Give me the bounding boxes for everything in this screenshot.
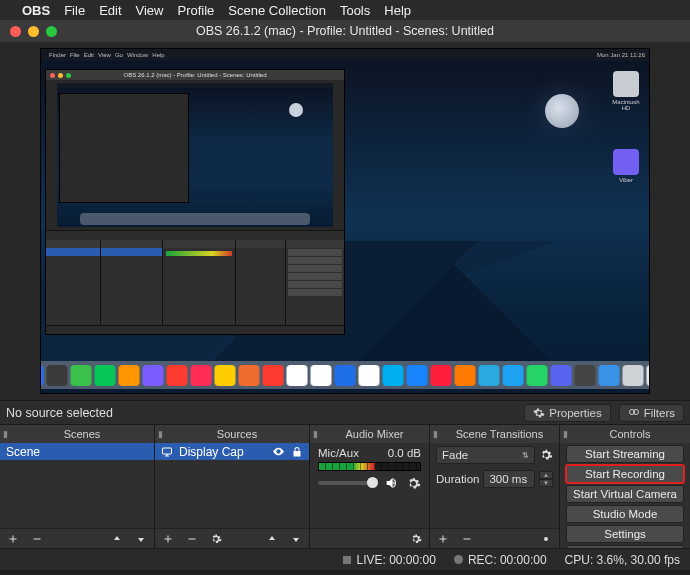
captured-mac-menubar: Finder File Edit View Go Window Help Mon… xyxy=(41,49,649,61)
desktop-icon-label: Macintosh HD xyxy=(612,99,639,111)
transition-select[interactable]: Fade ⇅ xyxy=(436,446,535,464)
dock-app-icon xyxy=(71,365,92,386)
dock-app-icon xyxy=(623,365,644,386)
add-source-button[interactable] xyxy=(159,530,177,548)
square-icon xyxy=(343,556,351,564)
properties-button[interactable]: Properties xyxy=(524,404,610,422)
mixer-settings-button[interactable] xyxy=(407,530,425,548)
duration-stepper[interactable]: ▲▼ xyxy=(539,471,553,487)
add-scene-button[interactable] xyxy=(4,530,22,548)
dock-app-icon xyxy=(311,365,332,386)
control-exit-button[interactable]: Exit xyxy=(566,545,684,548)
transition-settings-button[interactable] xyxy=(537,530,555,548)
remove-transition-button[interactable] xyxy=(458,530,476,548)
scenes-toolbar xyxy=(0,528,154,548)
menu-file[interactable]: File xyxy=(64,3,85,18)
transitions-title: Scene Transitions xyxy=(440,428,559,440)
desktop-icon-label: Viber xyxy=(619,177,633,183)
control-start-streaming-button[interactable]: Start Streaming xyxy=(566,445,684,463)
zoom-icon[interactable] xyxy=(46,26,57,37)
gear-icon[interactable] xyxy=(539,448,553,462)
filters-label: Filters xyxy=(644,407,675,419)
move-down-button[interactable] xyxy=(132,530,150,548)
control-settings-button[interactable]: Settings xyxy=(566,525,684,543)
chevron-updown-icon: ⇅ xyxy=(522,451,529,460)
traffic-lights xyxy=(0,26,57,37)
display-icon xyxy=(161,446,173,458)
dock-app-icon xyxy=(263,365,284,386)
preview-canvas[interactable]: Finder File Edit View Go Window Help Mon… xyxy=(40,48,650,394)
gear-icon[interactable] xyxy=(406,476,421,491)
nested-window-title: OBS 26.1.2 (mac) - Profile: Untitled - S… xyxy=(46,72,344,78)
move-up-button[interactable] xyxy=(108,530,126,548)
menu-profile[interactable]: Profile xyxy=(177,3,214,18)
filters-button[interactable]: Filters xyxy=(619,404,684,422)
mixer-title: Audio Mixer xyxy=(320,428,429,440)
channel-name: Mic/Aux xyxy=(318,447,359,459)
speaker-icon[interactable] xyxy=(384,475,400,491)
grip-icon[interactable]: ▮ xyxy=(155,429,165,439)
scene-item[interactable]: Scene xyxy=(0,443,154,460)
dock-app-icon xyxy=(575,365,596,386)
source-item[interactable]: Display Cap xyxy=(155,443,309,460)
duration-field[interactable]: 300 ms xyxy=(483,470,535,488)
captured-menu-item: Finder xyxy=(49,52,66,58)
status-live: LIVE: 00:00:00 xyxy=(343,553,435,567)
dock-app-icon xyxy=(119,365,140,386)
transitions-toolbar xyxy=(430,528,559,548)
minimize-icon[interactable] xyxy=(28,26,39,37)
dock-app-icon xyxy=(143,365,164,386)
svg-rect-2 xyxy=(163,448,172,454)
controls-title: Controls xyxy=(570,428,690,440)
menu-help[interactable]: Help xyxy=(384,3,411,18)
window-title: OBS 26.1.2 (mac) - Profile: Untitled - S… xyxy=(0,24,690,38)
grip-icon[interactable]: ▮ xyxy=(310,429,320,439)
control-start-virtual-camera-button[interactable]: Start Virtual Camera xyxy=(566,485,684,503)
control-start-recording-button[interactable]: Start Recording xyxy=(566,465,684,483)
source-item-label: Display Cap xyxy=(179,445,244,459)
properties-label: Properties xyxy=(549,407,601,419)
menu-scene-collection[interactable]: Scene Collection xyxy=(228,3,326,18)
dock-app-icon xyxy=(239,365,260,386)
remove-source-button[interactable] xyxy=(183,530,201,548)
slider-thumb[interactable] xyxy=(367,477,378,488)
captured-menu-item: Window xyxy=(127,52,148,58)
add-transition-button[interactable] xyxy=(434,530,452,548)
circle-icon xyxy=(454,555,463,564)
grip-icon[interactable]: ▮ xyxy=(560,429,570,439)
volume-slider[interactable] xyxy=(318,481,378,485)
move-down-button[interactable] xyxy=(287,530,305,548)
preview-area[interactable]: Finder File Edit View Go Window Help Mon… xyxy=(0,42,690,400)
dock-app-icon xyxy=(335,365,356,386)
dock-app-icon xyxy=(191,365,212,386)
source-settings-button[interactable] xyxy=(207,530,225,548)
dock-app-icon xyxy=(95,365,116,386)
status-bar: LIVE: 00:00:00 REC: 00:00:00 CPU: 3.6%, … xyxy=(0,548,690,570)
scene-item-label: Scene xyxy=(6,445,40,459)
menu-tools[interactable]: Tools xyxy=(340,3,370,18)
mixer-toolbar xyxy=(310,528,429,548)
desktop-icon-disk: Macintosh HD xyxy=(611,71,641,109)
sources-panel: ▮Sources Display Cap xyxy=(155,425,310,548)
remove-scene-button[interactable] xyxy=(28,530,46,548)
grip-icon[interactable]: ▮ xyxy=(430,429,440,439)
transition-type-label: Fade xyxy=(442,449,468,461)
wallpaper-moon xyxy=(545,94,579,128)
dock-app-icon xyxy=(383,365,404,386)
close-icon[interactable] xyxy=(10,26,21,37)
menu-view[interactable]: View xyxy=(136,3,164,18)
grip-icon[interactable]: ▮ xyxy=(0,429,10,439)
no-source-label: No source selected xyxy=(6,406,113,420)
filter-icon xyxy=(628,407,640,419)
dock-app-icon xyxy=(551,365,572,386)
menu-edit[interactable]: Edit xyxy=(99,3,121,18)
eye-icon[interactable] xyxy=(272,445,285,458)
desktop-icon-viber: Viber xyxy=(611,149,641,187)
lock-icon[interactable] xyxy=(291,446,303,458)
menu-obs[interactable]: OBS xyxy=(22,3,50,18)
dock-app-icon xyxy=(455,365,476,386)
move-up-button[interactable] xyxy=(263,530,281,548)
captured-dock xyxy=(40,361,650,389)
control-studio-mode-button[interactable]: Studio Mode xyxy=(566,505,684,523)
transitions-panel: ▮Scene Transitions Fade ⇅ Duration 300 m… xyxy=(430,425,560,548)
